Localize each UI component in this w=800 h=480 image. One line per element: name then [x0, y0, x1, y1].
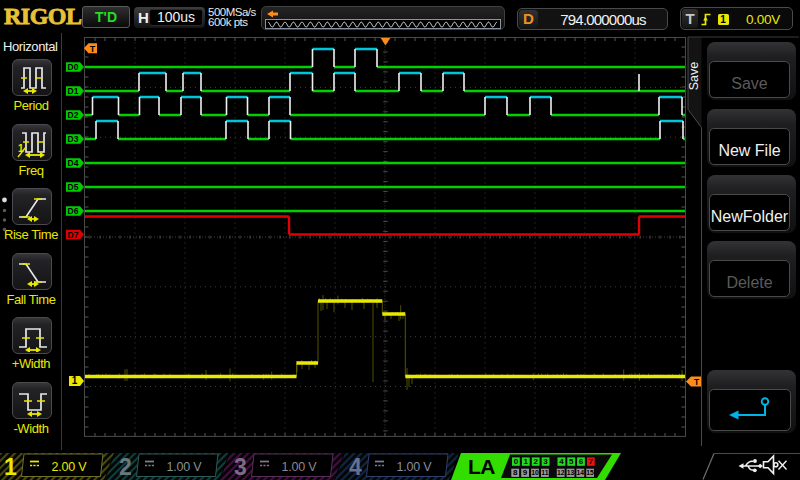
svg-text:11: 11 — [541, 469, 548, 476]
svg-text:4: 4 — [559, 457, 564, 466]
svg-text:2: 2 — [119, 454, 132, 480]
svg-text:1: 1 — [524, 457, 529, 466]
svg-text:D1: D1 — [68, 86, 79, 96]
svg-text:15: 15 — [586, 469, 594, 476]
svg-text:13: 13 — [567, 469, 575, 476]
svg-text:D5: D5 — [68, 182, 79, 192]
svg-text:3: 3 — [234, 454, 247, 480]
svg-text:LA: LA — [468, 455, 495, 478]
svg-text:1.00 V: 1.00 V — [397, 460, 433, 474]
svg-text:7: 7 — [589, 457, 594, 466]
svg-text:D0: D0 — [68, 62, 79, 72]
svg-text:1: 1 — [72, 375, 78, 386]
svg-text:4: 4 — [349, 454, 362, 480]
svg-text:D6: D6 — [68, 206, 79, 216]
svg-text:T: T — [694, 377, 700, 387]
svg-text:5: 5 — [569, 457, 574, 466]
svg-text:T: T — [90, 44, 96, 54]
svg-text:1.00 V: 1.00 V — [282, 460, 318, 474]
svg-text:12: 12 — [557, 469, 565, 476]
svg-text:14: 14 — [577, 469, 585, 476]
svg-text:8: 8 — [513, 468, 518, 477]
svg-text:2: 2 — [533, 457, 538, 466]
svg-text:9: 9 — [523, 468, 528, 477]
svg-text:10: 10 — [531, 469, 539, 476]
svg-text:0: 0 — [514, 457, 519, 466]
svg-text:1: 1 — [4, 454, 17, 480]
svg-text:D3: D3 — [68, 134, 79, 144]
svg-text:3: 3 — [543, 457, 548, 466]
svg-text:6: 6 — [579, 457, 584, 466]
svg-text:1.00 V: 1.00 V — [167, 460, 203, 474]
svg-text:2.00 V: 2.00 V — [52, 460, 88, 474]
